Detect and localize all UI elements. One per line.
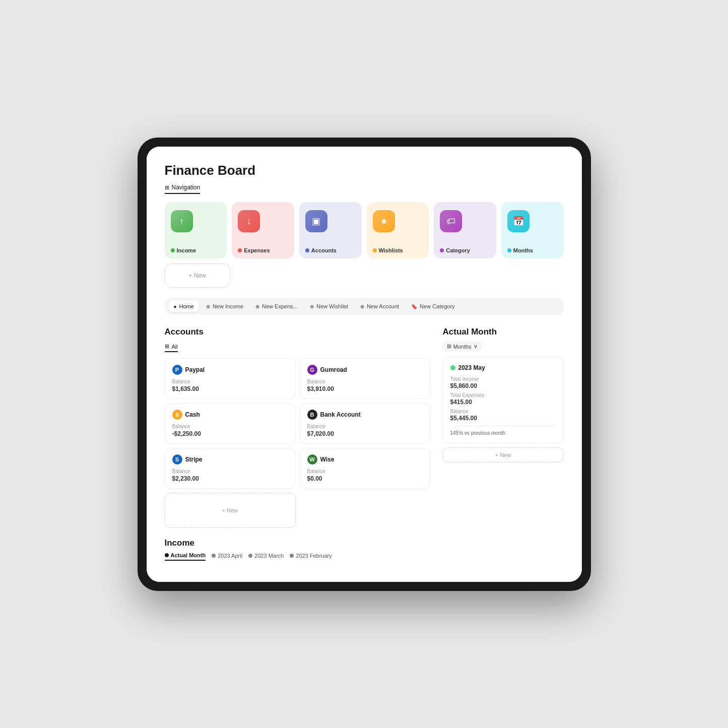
nav-label-new-category: New Category bbox=[420, 303, 455, 309]
nav-item-new-expenses[interactable]: ⊕ New Expens... bbox=[250, 301, 303, 312]
all-tab[interactable]: ⊞ All bbox=[165, 343, 178, 352]
account-header-wise: W Wise bbox=[307, 454, 423, 465]
account-card-gumroad[interactable]: G Gumroad Balance $3,910.00 bbox=[300, 358, 431, 399]
account-card-wise[interactable]: W Wise Balance $0.00 bbox=[300, 448, 431, 489]
page-title: Finance Board bbox=[165, 163, 564, 178]
nav-icon-new-category: 🔖 bbox=[411, 304, 417, 309]
account-new-button[interactable]: + New bbox=[165, 493, 296, 528]
cat-label-months: Months bbox=[507, 247, 558, 253]
account-balance-label-paypal: Balance bbox=[172, 379, 288, 384]
nav-item-new-income[interactable]: ⊕ New Income bbox=[201, 301, 248, 312]
account-icon-stripe: S bbox=[172, 454, 182, 465]
balance-value: $5,445.00 bbox=[450, 415, 556, 422]
account-icon-gumroad: G bbox=[307, 365, 317, 375]
account-balance-stripe: $2,230.00 bbox=[172, 475, 288, 482]
nav-label-home: Home bbox=[179, 303, 194, 309]
cat-icon-wishlists: ★ bbox=[373, 210, 395, 232]
cat-label-accounts: Accounts bbox=[305, 247, 356, 253]
actual-month-title: Actual Month bbox=[443, 327, 564, 337]
cat-card-months[interactable]: 📅 Months bbox=[501, 202, 564, 258]
cat-dot-accounts bbox=[305, 248, 309, 252]
new-card-button[interactable]: + New bbox=[165, 263, 230, 288]
account-balance-label-stripe: Balance bbox=[172, 469, 288, 474]
cat-icon-symbol-income: ↑ bbox=[179, 216, 184, 227]
cat-icon-symbol-wishlists: ★ bbox=[380, 216, 388, 227]
account-name-paypal: Paypal bbox=[185, 366, 205, 373]
income-tab-dot-actual-month bbox=[165, 553, 169, 557]
grid-icon-months: ⊞ bbox=[447, 343, 451, 350]
account-balance-bank-account: $7,020.00 bbox=[307, 430, 423, 437]
nav-item-home[interactable]: ● Home bbox=[169, 301, 199, 312]
month-divider bbox=[450, 426, 556, 426]
total-expenses-label: Total Expenses bbox=[450, 392, 556, 398]
cat-card-category[interactable]: 🏷 Category bbox=[434, 202, 496, 258]
month-comparison: 145% vs previous month bbox=[450, 430, 556, 436]
income-tab-february[interactable]: 2023 February bbox=[290, 553, 332, 560]
account-balance-wise: $0.00 bbox=[307, 475, 423, 482]
chevron-down-icon: ∨ bbox=[474, 343, 478, 350]
income-tabs: Actual Month 2023 April 2023 March 2023 … bbox=[165, 552, 431, 561]
nav-item-new-account[interactable]: ⊕ New Account bbox=[355, 301, 404, 312]
cat-label-text-accounts: Accounts bbox=[311, 247, 337, 253]
category-cards-row: ↑ Income ↓ Expenses ▣ Accounts ★ Wishlis… bbox=[165, 202, 564, 258]
account-card-bank-account[interactable]: B Bank Account Balance $7,020.00 bbox=[300, 403, 431, 444]
account-balance-label-cash: Balance bbox=[172, 424, 288, 429]
nav-icon-home: ● bbox=[174, 304, 177, 309]
cat-icon-income: ↑ bbox=[171, 210, 193, 232]
income-tab-dot-february bbox=[290, 554, 294, 558]
account-name-stripe: Stripe bbox=[185, 456, 203, 463]
cat-dot-months bbox=[507, 248, 511, 252]
navigation-tab[interactable]: ⊞ Navigation bbox=[165, 184, 201, 194]
account-icon-cash: $ bbox=[172, 410, 182, 420]
income-tab-march[interactable]: 2023 March bbox=[248, 553, 284, 560]
cat-card-accounts[interactable]: ▣ Accounts bbox=[299, 202, 362, 258]
total-income-label: Total Income bbox=[450, 376, 556, 382]
total-expenses-value: $415.00 bbox=[450, 399, 556, 406]
cat-label-wishlists: Wishlists bbox=[373, 247, 423, 253]
cat-label-income: Income bbox=[171, 247, 221, 253]
nav-icon-new-income: ⊕ bbox=[206, 304, 210, 309]
cat-icon-symbol-category: 🏷 bbox=[446, 216, 455, 227]
cat-label-category: Category bbox=[440, 247, 490, 253]
nav-label-new-income: New Income bbox=[213, 303, 243, 309]
nav-icon-new-expenses: ⊕ bbox=[255, 304, 259, 309]
nav-item-new-wishlist[interactable]: ⊕ New Wishlist bbox=[305, 301, 353, 312]
cat-label-text-wishlists: Wishlists bbox=[379, 247, 403, 253]
cat-icon-symbol-months: 📅 bbox=[513, 216, 524, 227]
account-header-paypal: P Paypal bbox=[172, 365, 288, 375]
cat-card-income[interactable]: ↑ Income bbox=[165, 202, 227, 258]
nav-icon-new-wishlist: ⊕ bbox=[310, 304, 314, 309]
accounts-title: Accounts bbox=[165, 327, 431, 337]
nav-item-new-category[interactable]: 🔖 New Category bbox=[406, 301, 460, 312]
accounts-grid: P Paypal Balance $1,635.00 G Gumroad Bal… bbox=[165, 358, 431, 528]
cat-icon-symbol-accounts: ▣ bbox=[312, 216, 320, 227]
account-card-stripe[interactable]: S Stripe Balance $2,230.00 bbox=[165, 448, 296, 489]
cat-dot-wishlists bbox=[373, 248, 377, 252]
account-balance-cash: -$2,250.00 bbox=[172, 430, 288, 437]
month-dot bbox=[450, 365, 455, 370]
cat-card-wishlists[interactable]: ★ Wishlists bbox=[367, 202, 429, 258]
cat-card-expenses[interactable]: ↓ Expenses bbox=[232, 202, 294, 258]
months-selector[interactable]: ⊞ Months ∨ bbox=[443, 341, 482, 352]
account-card-cash[interactable]: $ Cash Balance -$2,250.00 bbox=[165, 403, 296, 444]
account-card-paypal[interactable]: P Paypal Balance $1,635.00 bbox=[165, 358, 296, 399]
account-name-wise: Wise bbox=[320, 456, 335, 463]
income-tab-actual-month[interactable]: Actual Month bbox=[165, 552, 206, 561]
cat-dot-expenses bbox=[238, 248, 242, 252]
income-tab-april[interactable]: 2023 April bbox=[212, 553, 242, 560]
nav-label-new-expenses: New Expens... bbox=[262, 303, 298, 309]
month-card[interactable]: 2023 May Total Income $5,860.00 Total Ex… bbox=[443, 357, 564, 443]
income-tab-label-april: 2023 April bbox=[218, 553, 242, 559]
balance-label: Balance bbox=[450, 409, 556, 414]
grid-icon: ⊞ bbox=[165, 184, 169, 191]
cat-label-text-months: Months bbox=[513, 247, 533, 253]
income-tab-dot-april bbox=[212, 554, 216, 558]
month-new-button[interactable]: + New bbox=[443, 447, 564, 462]
income-tab-dot-march bbox=[248, 554, 252, 558]
account-name-bank-account: Bank Account bbox=[320, 411, 361, 418]
income-tab-label-february: 2023 February bbox=[296, 553, 332, 559]
account-header-stripe: S Stripe bbox=[172, 454, 288, 465]
account-icon-paypal: P bbox=[172, 365, 182, 375]
account-name-gumroad: Gumroad bbox=[320, 366, 347, 373]
cat-icon-accounts: ▣ bbox=[305, 210, 327, 232]
